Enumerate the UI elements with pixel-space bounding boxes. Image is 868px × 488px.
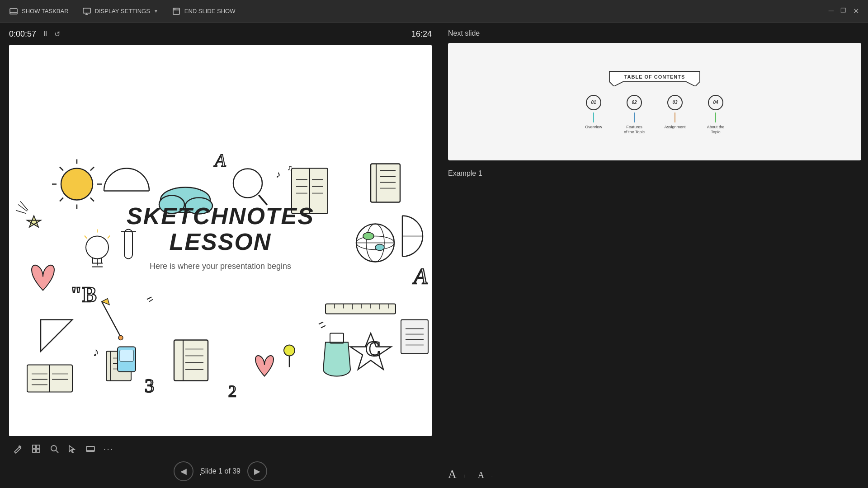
svg-text:"B: "B — [70, 282, 97, 306]
svg-rect-83 — [326, 304, 396, 314]
svg-rect-76 — [27, 365, 72, 392]
toc-item-03: 03 Assignment — [659, 95, 691, 130]
svg-rect-36 — [371, 164, 400, 202]
show-taskbar-btn[interactable]: SHOW TASKBAR — [9, 7, 69, 16]
prev-slide-btn[interactable]: ◀ — [174, 461, 193, 481]
toc-arrow-02 — [634, 113, 635, 122]
toc-banner: TABLE OF CONTENTS — [605, 69, 704, 88]
svg-rect-5 — [173, 8, 179, 14]
font-increase-btn[interactable]: A — [448, 468, 457, 481]
svg-rect-118 — [37, 449, 40, 452]
toc-items: 01 Overview 02 Featuresof the Topic — [578, 95, 731, 135]
slide-background: ♪ ♫ — [9, 45, 432, 436]
next-slide-btn[interactable]: ▶ — [247, 461, 267, 481]
svg-rect-97 — [330, 333, 344, 343]
svg-text:♪: ♪ — [276, 169, 281, 180]
svg-text:TABLE OF CONTENTS: TABLE OF CONTENTS — [624, 74, 685, 80]
svg-marker-64 — [41, 320, 72, 352]
toc-number-04: 04 — [708, 95, 723, 110]
svg-line-16 — [90, 167, 94, 171]
svg-point-24 — [233, 169, 262, 198]
svg-text:C: C — [365, 337, 381, 361]
svg-point-42 — [356, 224, 394, 262]
svg-rect-100 — [174, 340, 208, 381]
dropdown-arrow: ▼ — [154, 9, 158, 14]
main-area: 0:00:57 ⏸ ↺ 16:24 — [0, 23, 868, 488]
minimize-btn[interactable]: ─ — [829, 7, 834, 15]
toc-arrow-03 — [675, 113, 675, 122]
svg-point-67 — [118, 336, 123, 340]
pen-tool-btn[interactable] — [9, 440, 27, 458]
slide-header: 0:00:57 ⏸ ↺ 16:24 — [0, 23, 441, 45]
font-size-controls: A + A - — [448, 459, 861, 481]
svg-text:♫: ♫ — [287, 164, 293, 173]
svg-rect-116 — [37, 445, 40, 448]
toc-number-01: 01 — [586, 95, 601, 110]
font-decrease-btn[interactable]: A — [478, 470, 484, 480]
svg-line-59 — [85, 236, 87, 239]
toc-number-02: 02 — [627, 95, 642, 110]
next-slide-preview[interactable]: TABLE OF CONTENTS 01 Overview — [448, 43, 861, 160]
bottom-navigation: ◀ Slide 1 of 39 ▶ — [0, 461, 441, 488]
toc-arrow-04 — [715, 113, 716, 122]
more-options-btn[interactable]: ··· — [99, 440, 118, 458]
close-btn[interactable]: ✕ — [853, 7, 859, 15]
controls-row: ··· — [0, 436, 441, 461]
svg-line-13 — [60, 167, 63, 171]
svg-text:A: A — [213, 150, 226, 170]
svg-line-15 — [60, 198, 63, 202]
svg-line-19 — [16, 211, 26, 214]
svg-point-43 — [366, 224, 384, 262]
svg-text:A: A — [412, 263, 428, 289]
svg-line-110 — [147, 297, 151, 300]
svg-marker-121 — [69, 446, 75, 453]
slide-subtitle: Here is where your presentation begins — [127, 262, 314, 271]
toc-arrow-01 — [593, 113, 594, 122]
svg-rect-74 — [118, 347, 136, 372]
svg-marker-66 — [102, 299, 109, 305]
font-superscript-small: - — [491, 474, 493, 479]
presentation-area: 0:00:57 ⏸ ↺ 16:24 — [0, 23, 441, 488]
font-superscript-large: + — [463, 473, 467, 479]
svg-rect-2 — [83, 8, 90, 13]
svg-point-45 — [356, 236, 394, 250]
svg-rect-117 — [33, 449, 36, 452]
search-btn[interactable] — [45, 440, 63, 458]
toc-label-04: About theTopic — [707, 125, 725, 135]
svg-text:3: 3 — [145, 375, 154, 396]
slide-timer: 0:00:57 ⏸ ↺ — [9, 29, 60, 39]
toc-item-04: 04 About theTopic — [700, 95, 731, 135]
toc-label-03: Assignment — [664, 125, 685, 130]
svg-line-60 — [108, 236, 110, 239]
slide-progress-bar — [200, 474, 201, 475]
grid-view-btn[interactable] — [27, 440, 45, 458]
pause-button[interactable]: ⏸ — [42, 30, 49, 38]
slide-viewport: ♪ ♫ — [9, 45, 432, 436]
display-settings-btn[interactable]: DISPLAY SETTINGS ▼ — [82, 7, 158, 16]
svg-line-20 — [20, 202, 28, 211]
svg-line-65 — [102, 302, 121, 338]
clock-display: 16:24 — [411, 29, 432, 39]
svg-point-119 — [51, 446, 57, 451]
svg-line-111 — [149, 300, 153, 302]
svg-rect-115 — [33, 445, 36, 448]
pointer-tool-btn[interactable] — [63, 440, 81, 458]
display-icon — [82, 7, 91, 16]
restart-button[interactable]: ↺ — [54, 30, 60, 38]
svg-text:♪: ♪ — [93, 345, 99, 359]
end-slideshow-btn[interactable]: END SLIDE SHOW — [172, 7, 236, 16]
display-mode-btn[interactable] — [81, 440, 99, 458]
restore-btn[interactable]: ❐ — [840, 7, 846, 15]
svg-rect-75 — [120, 350, 133, 361]
slide-text-center: SKETCHNOTES LESSON Here is where your pr… — [127, 203, 314, 271]
svg-line-14 — [90, 198, 94, 202]
toc-label-01: Overview — [585, 125, 602, 130]
svg-point-52 — [86, 236, 108, 259]
example-label: Example 1 — [448, 169, 861, 178]
svg-point-98 — [284, 345, 295, 356]
timer-value: 0:00:57 — [9, 29, 36, 39]
slide-title: SKETCHNOTES LESSON — [127, 203, 314, 255]
svg-line-18 — [18, 205, 27, 211]
toc-number-03: 03 — [667, 95, 683, 110]
svg-rect-69 — [106, 352, 131, 381]
